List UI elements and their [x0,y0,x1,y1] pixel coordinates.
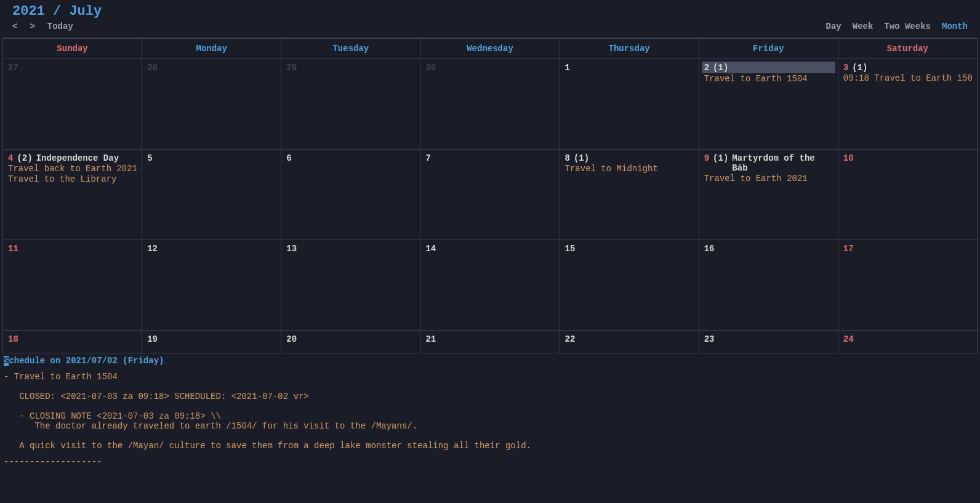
event-count: (1) [852,63,867,73]
cell-header: 10 [843,153,972,163]
cell-header: 12 [147,244,276,254]
calendar-cell[interactable]: 14 [420,240,560,330]
calendar-cell[interactable]: 3(1)09:18 Travel to Earth 1504 [838,59,977,149]
cell-header: 5 [147,153,276,163]
calendar-cell[interactable]: 8(1)Travel to Midnight [560,150,699,239]
day-number: 5 [147,153,152,163]
day-number: 11 [8,244,18,254]
day-number: 22 [565,334,576,344]
calendar-cell[interactable]: 29 [281,59,420,149]
view-day[interactable]: Day [826,22,841,31]
calendar-cell[interactable]: 22 [560,331,699,353]
calendar-cell[interactable]: 18 [3,331,142,353]
day-number: 21 [425,334,436,344]
day-number: 18 [8,334,18,344]
cell-header: 4(2)Independence Day [8,153,137,163]
cell-header: 21 [425,334,554,344]
cell-header: 17 [843,244,972,254]
calendar-cell[interactable]: 12 [142,240,281,330]
calendar-event[interactable]: Travel to Earth 2021 [704,174,833,183]
cell-header: 8(1) [565,153,694,163]
day-number: 7 [425,153,430,163]
weekday-wednesday: Wednesday [420,39,560,58]
calendar-cell[interactable]: 13 [281,240,420,330]
day-number: 14 [425,244,436,254]
cell-header: 15 [565,244,694,254]
calendar-row: 4(2)Independence DayTravel back to Earth… [3,150,977,240]
cell-header: 14 [425,244,554,254]
calendar-cell[interactable]: 4(2)Independence DayTravel back to Earth… [3,150,142,239]
cell-header: 2(1) [702,62,835,73]
cell-header: 18 [8,334,137,344]
cell-header: 20 [286,334,415,344]
cell-header: 9(1)Martyrdom of the Báb [704,153,833,173]
cell-header: 29 [286,63,415,73]
calendar-cell[interactable]: 1 [560,59,699,149]
calendar-row: 11121314151617 [3,240,977,331]
event-count: (1) [574,153,589,163]
page-title: 2021 / July [0,0,980,22]
calendar-cell[interactable]: 28 [142,59,281,149]
cell-header: 24 [843,334,972,344]
calendar-row: 2728293012(1)Travel to Earth 15043(1)09:… [3,59,977,150]
today-button[interactable]: Today [47,22,73,31]
prev-button[interactable]: < [12,22,17,31]
day-number: 2 [704,63,709,73]
calendar-cell[interactable]: 7 [420,150,560,239]
calendar-header: Sunday Monday Tuesday Wednesday Thursday… [3,39,977,59]
nav-row: < > Today Day Week Two Weeks Month [0,22,980,35]
day-number: 17 [843,244,854,254]
event-count: (1) [713,63,728,73]
view-month[interactable]: Month [942,22,968,31]
calendar-cell[interactable]: 15 [560,240,699,330]
weekday-friday: Friday [699,39,838,58]
day-number: 27 [8,63,18,73]
calendar-cell[interactable]: 27 [3,59,142,149]
schedule-divider: ------------------- [4,457,976,467]
calendar-event[interactable]: Travel to the Library [8,174,137,184]
day-number: 12 [147,244,158,254]
cell-header: 30 [425,63,554,73]
schedule-body: - Travel to Earth 1504 CLOSED: <2021-07-… [4,372,976,451]
day-number: 30 [425,63,436,73]
calendar-cell[interactable]: 6 [281,150,420,239]
calendar-cell[interactable]: 10 [838,150,977,239]
holiday-label: Independence Day [36,153,119,163]
calendar-event[interactable]: Travel to Earth 1504 [704,74,833,84]
cell-header: 3(1) [843,63,972,73]
weekday-thursday: Thursday [560,39,699,58]
calendar-cell[interactable]: 9(1)Martyrdom of the BábTravel to Earth … [699,150,838,239]
calendar-event[interactable]: Travel back to Earth 2021 [8,164,137,174]
holiday-label: Martyrdom of the Báb [732,153,833,173]
day-number: 8 [565,153,570,163]
calendar-cell[interactable]: 30 [420,59,560,149]
cell-header: 23 [704,334,833,344]
day-number: 6 [286,153,291,163]
view-week[interactable]: Week [853,22,874,31]
calendar-event[interactable]: 09:18 Travel to Earth 1504 [843,73,972,83]
calendar-cell[interactable]: 16 [699,240,838,330]
calendar-event[interactable]: Travel to Midnight [565,164,694,174]
calendar-cell[interactable]: 11 [3,240,142,330]
weekday-saturday: Saturday [838,39,977,58]
calendar-cell[interactable]: 23 [699,331,838,353]
calendar-cell[interactable]: 20 [281,331,420,353]
event-count: (2) [17,153,32,163]
view-two-weeks[interactable]: Two Weeks [884,22,931,31]
day-number: 16 [704,244,715,254]
schedule-panel: Schedule on 2021/07/02 (Friday) - Travel… [0,353,980,469]
calendar-cell[interactable]: 21 [420,331,560,353]
cell-header: 19 [147,334,276,344]
calendar-cell[interactable]: 19 [142,331,281,353]
day-number: 28 [147,63,158,73]
calendar-cell[interactable]: 2(1)Travel to Earth 1504 [699,59,838,149]
calendar-cell[interactable]: 5 [142,150,281,239]
calendar-cell[interactable]: 17 [838,240,977,330]
day-number: 10 [843,153,854,163]
calendar-cell[interactable]: 24 [838,331,977,353]
cell-header: 16 [704,244,833,254]
day-number: 1 [565,63,570,73]
day-number: 23 [704,334,715,344]
day-number: 29 [286,63,297,73]
next-button[interactable]: > [30,22,34,31]
